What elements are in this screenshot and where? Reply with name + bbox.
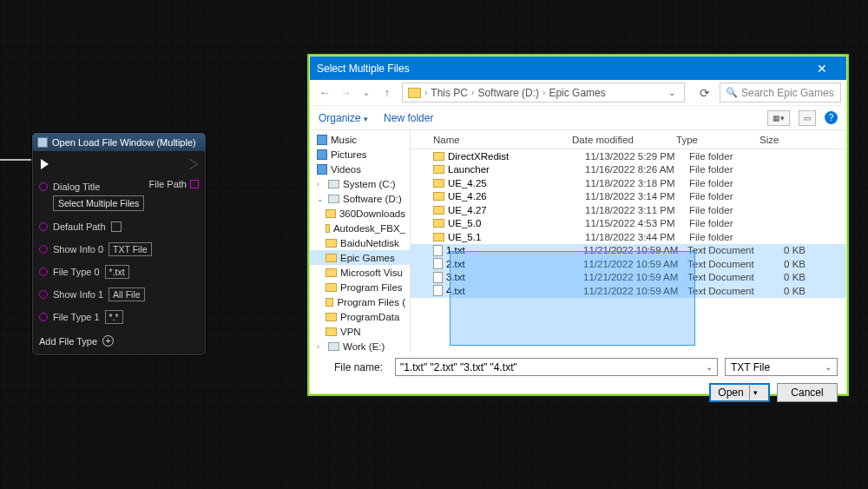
- file-icon: [433, 272, 443, 283]
- crumb-this-pc[interactable]: This PC: [431, 87, 468, 99]
- file-row[interactable]: Launcher11/16/2022 8:26 AMFile folder: [411, 163, 846, 177]
- chevron-down-icon[interactable]: ⌄: [706, 362, 713, 372]
- input-pin-file-type-0[interactable]: [39, 268, 48, 276]
- file-row[interactable]: UE_4.2711/18/2022 3:11 PMFile folder: [411, 203, 846, 217]
- crumb-drive[interactable]: Software (D:): [477, 87, 539, 99]
- filename-input[interactable]: "1.txt" "2.txt" "3.txt" "4.txt" ⌄: [395, 358, 718, 376]
- chevron-down-icon[interactable]: ⌄: [668, 88, 679, 97]
- folder-icon: [433, 165, 444, 174]
- folder-icon: [326, 268, 337, 277]
- input-pin-show-info-1[interactable]: [39, 290, 48, 299]
- tree-item[interactable]: Microsoft Visu: [310, 265, 410, 280]
- input-pin-file-type-1[interactable]: [39, 313, 48, 321]
- dialog-titlebar[interactable]: Select Multiple Files ✕: [310, 56, 846, 80]
- file-icon: [433, 245, 443, 256]
- organize-menu[interactable]: Organize ▾: [319, 112, 368, 124]
- input-pin-default-path[interactable]: [39, 222, 48, 231]
- dialog-title-text: Select Multiple Files: [317, 63, 410, 75]
- folder-icon: [433, 192, 444, 201]
- drive-icon: [328, 180, 339, 188]
- folder-icon: [326, 254, 337, 262]
- search-input[interactable]: 🔍 Search Epic Games: [720, 83, 841, 102]
- file-type-0-value[interactable]: *.txt: [105, 265, 129, 279]
- collapse-icon[interactable]: ⌄: [317, 195, 325, 203]
- file-row[interactable]: DirectXRedist11/13/2022 5:29 PMFile fold…: [411, 149, 846, 163]
- col-name[interactable]: Name: [414, 135, 572, 145]
- file-icon: [433, 258, 443, 269]
- tree-item[interactable]: VPN: [310, 324, 410, 339]
- folder-icon: [433, 219, 444, 228]
- file-open-dialog: Select Multiple Files ✕ ← → ⌄ ↑ › This P…: [309, 56, 847, 394]
- tree-item[interactable]: ProgramData: [310, 309, 410, 324]
- close-button[interactable]: ✕: [805, 58, 839, 78]
- help-icon[interactable]: ?: [825, 111, 838, 124]
- show-info-1-value[interactable]: All File: [108, 287, 145, 301]
- default-path-input[interactable]: [111, 221, 122, 232]
- file-row[interactable]: UE_4.2611/18/2022 3:14 PMFile folder: [411, 190, 846, 204]
- nav-back-icon[interactable]: ←: [317, 86, 332, 99]
- folder-icon: [326, 224, 330, 233]
- node-header[interactable]: Open Load File Window (Multiple): [32, 133, 206, 151]
- tree-item[interactable]: BaiduNetdisk: [310, 235, 410, 250]
- open-dropdown-icon[interactable]: ▾: [749, 384, 761, 401]
- exec-wire: [0, 159, 33, 161]
- file-filter-select[interactable]: TXT File ⌄: [725, 358, 838, 376]
- music-icon: [317, 135, 327, 145]
- output-file-path[interactable]: File Path: [149, 179, 199, 189]
- dialog-title-value[interactable]: Select Multiple Files: [53, 195, 144, 211]
- chevron-down-icon: ▾: [364, 115, 368, 123]
- file-row[interactable]: UE_5.111/18/2022 3:44 PMFile folder: [411, 230, 846, 244]
- file-row[interactable]: UE_5.011/15/2022 4:53 PMFile folder: [411, 217, 846, 231]
- tree-item[interactable]: Program Files (: [310, 294, 410, 309]
- cancel-button[interactable]: Cancel: [777, 383, 838, 402]
- address-bar[interactable]: › This PC › Software (D:) › Epic Games ⌄: [402, 83, 685, 102]
- node-title: Open Load File Window (Multiple): [52, 137, 196, 148]
- tree-item[interactable]: Epic Games: [310, 250, 410, 265]
- chevron-down-icon[interactable]: ⌄: [358, 88, 374, 97]
- file-row[interactable]: UE_4.2511/18/2022 3:18 PMFile folder: [411, 176, 846, 190]
- folder-icon: [433, 152, 444, 161]
- column-headers[interactable]: Name Date modified Type Size: [411, 130, 846, 149]
- search-placeholder: Search Epic Games: [741, 87, 834, 99]
- tree-item[interactable]: 360Downloads: [310, 206, 410, 221]
- preview-pane-button[interactable]: ▭: [799, 110, 816, 126]
- input-pin-show-info-0[interactable]: [39, 245, 48, 254]
- tree-item[interactable]: Program Files: [310, 280, 410, 294]
- expand-icon[interactable]: ›: [317, 180, 325, 188]
- file-icon: [433, 285, 443, 296]
- folder-icon: [433, 179, 444, 188]
- show-info-0-value[interactable]: TXT File: [108, 242, 151, 256]
- folder-icon: [326, 327, 337, 336]
- open-button[interactable]: Open ▾: [709, 383, 770, 402]
- input-pin-dialog-title[interactable]: [39, 182, 48, 191]
- col-date[interactable]: Date modified: [572, 135, 676, 145]
- col-type[interactable]: Type: [676, 135, 760, 145]
- videos-icon: [317, 164, 327, 175]
- array-out-icon: [190, 180, 199, 188]
- expand-icon[interactable]: ›: [317, 342, 325, 351]
- exec-out-pin[interactable]: [189, 159, 197, 169]
- new-folder-button[interactable]: New folder: [384, 112, 433, 124]
- refresh-icon[interactable]: ⟳: [695, 86, 714, 100]
- chevron-right-icon: ›: [424, 88, 427, 97]
- tree-item[interactable]: Autodesk_FBX_: [310, 221, 410, 235]
- add-file-type-button[interactable]: Add File Type +: [39, 332, 199, 347]
- blueprint-node-open-load-file-window[interactable]: Open Load File Window (Multiple) File Pa…: [31, 132, 207, 356]
- file-type-1-value[interactable]: *.*: [105, 310, 123, 324]
- filename-label: File name:: [319, 361, 388, 373]
- file-list[interactable]: Name Date modified Type Size DirectXRedi…: [411, 130, 846, 353]
- selection-rubber-band: [450, 251, 695, 346]
- crumb-folder-name[interactable]: Epic Games: [549, 87, 605, 99]
- col-size[interactable]: Size: [760, 135, 803, 145]
- nav-forward-icon[interactable]: →: [338, 86, 353, 99]
- folder-tree[interactable]: Music Pictures Videos ›System (C:) ⌄Soft…: [310, 130, 411, 353]
- search-icon: 🔍: [726, 87, 738, 98]
- folder-icon: [326, 239, 337, 248]
- nav-up-icon[interactable]: ↑: [379, 86, 395, 99]
- pictures-icon: [317, 149, 327, 160]
- exec-in-pin[interactable]: [41, 159, 49, 169]
- drive-icon: [328, 195, 339, 203]
- view-options-button[interactable]: ▦▾: [767, 110, 790, 126]
- tree-drive-children: 360DownloadsAutodesk_FBX_BaiduNetdiskEpi…: [310, 206, 410, 339]
- folder-icon: [326, 209, 336, 218]
